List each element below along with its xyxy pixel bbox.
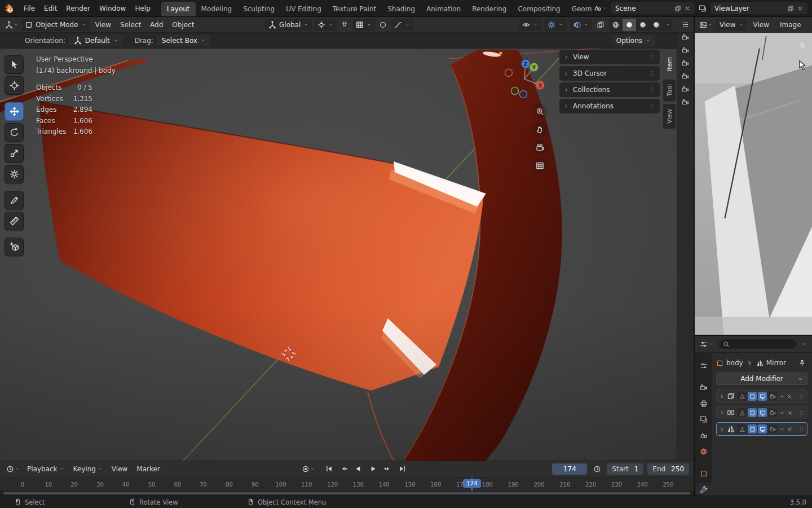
properties-tab-tool[interactable] (696, 360, 712, 372)
tool-rotate[interactable] (5, 123, 24, 142)
modifier-remove-button[interactable] (787, 410, 793, 416)
modifier-toggle-vertex[interactable] (738, 392, 747, 401)
workspace-tab-compositing[interactable]: Compositing (512, 2, 566, 16)
add-modifier-button[interactable]: Add Modifier (716, 373, 807, 385)
breadcrumb-modifier[interactable]: Mirror (766, 359, 786, 367)
modifier-toggle-vertex[interactable] (738, 424, 747, 433)
snap-target-dropdown[interactable] (352, 19, 375, 31)
properties-tab-output[interactable] (696, 397, 712, 410)
remove-viewlayer-button[interactable] (797, 5, 804, 12)
proportional-falloff-dropdown[interactable] (391, 19, 413, 31)
properties-tab-view-layer[interactable] (696, 413, 712, 426)
modifier-toggle-monitor[interactable] (758, 424, 767, 433)
viewport-orthographic-button[interactable] (532, 158, 548, 173)
modifier-toggle-camera-s[interactable] (768, 392, 777, 401)
outliner-camera-toggle[interactable] (682, 86, 689, 93)
menu-render[interactable]: Render (61, 2, 95, 15)
modifier-toggle-square[interactable] (748, 392, 757, 401)
workspace-tab-layout[interactable]: Layout (161, 2, 196, 16)
play-button[interactable] (367, 463, 380, 475)
properties-editor-type-button[interactable] (698, 339, 715, 350)
viewport-menu-add[interactable]: Add (145, 19, 167, 31)
image-editor-image-menu[interactable]: Image (775, 19, 806, 31)
timeline-ruler[interactable]: 0102030405060708090100110120130140150160… (0, 477, 694, 492)
tool-scale[interactable] (5, 144, 24, 163)
workspace-tab-animation[interactable]: Animation (421, 2, 466, 16)
npanel-section-view[interactable]: View (559, 50, 660, 64)
pin-id-button[interactable] (797, 358, 807, 369)
transform-orientation-dropdown[interactable]: Global (265, 19, 312, 31)
viewport-camera-view-button[interactable] (532, 140, 548, 155)
tool-measure[interactable] (5, 212, 24, 230)
timeline-menu-marker[interactable]: Marker (132, 463, 164, 475)
viewport-pan-button[interactable] (532, 122, 548, 137)
options-dropdown[interactable]: Options (612, 35, 655, 46)
properties-tab-scene[interactable] (696, 430, 712, 442)
properties-tab-modifiers[interactable] (696, 483, 712, 496)
properties-tab-render[interactable] (696, 382, 712, 394)
modifier-expand-toggle[interactable] (719, 426, 725, 432)
shading-wireframe-button[interactable] (609, 19, 623, 31)
xray-toggle[interactable] (595, 19, 606, 30)
start-frame-field[interactable]: Start 1 (607, 463, 643, 475)
npanel-section-3d-cursor[interactable]: 3D Cursor (559, 66, 660, 81)
shading-rendered-button[interactable] (650, 19, 663, 31)
npanel-tab-view[interactable]: View (663, 104, 676, 129)
tool-add-cube[interactable] (5, 238, 24, 256)
tool-annotate[interactable] (5, 191, 24, 209)
breadcrumb-object[interactable]: body (726, 359, 743, 367)
menu-file[interactable]: File (19, 2, 39, 15)
modifier-drag-handle[interactable] (798, 426, 805, 433)
preview-range-toggle[interactable] (592, 463, 603, 475)
timeline-menu-keying[interactable]: Keying (69, 463, 107, 475)
viewport-3d[interactable]: User Perspective (174) backround | body … (0, 49, 677, 461)
blender-menu-button[interactable] (5, 3, 15, 14)
browse-scene-button[interactable] (592, 3, 609, 14)
viewport-menu-select[interactable]: Select (116, 19, 145, 31)
gizmo-minus-z[interactable] (520, 91, 527, 98)
remove-scene-button[interactable] (684, 5, 691, 12)
modifier-remove-button[interactable] (787, 426, 793, 432)
workspace-tab-shading[interactable]: Shading (382, 2, 421, 16)
pivot-point-dropdown[interactable] (314, 19, 337, 31)
outliner-camera-toggle[interactable] (682, 73, 689, 80)
menu-help[interactable]: Help (130, 2, 155, 15)
snap-toggle[interactable] (339, 19, 350, 30)
properties-options-button[interactable] (800, 340, 809, 348)
modifier-extras-button[interactable] (779, 426, 785, 432)
image-mode-dropdown[interactable]: View (716, 19, 747, 30)
tool-move[interactable] (5, 102, 24, 121)
tool-select-box[interactable] (5, 55, 24, 74)
modifier-row-3[interactable] (716, 422, 807, 436)
timeline-scrollbar[interactable] (0, 491, 694, 496)
shading-material-button[interactable] (636, 19, 650, 31)
viewport-zoom-button[interactable] (532, 104, 548, 119)
modifier-toggle-vertex[interactable] (738, 408, 747, 417)
shading-options-dropdown[interactable] (663, 19, 672, 31)
timeline-menu-playback[interactable]: Playback (23, 463, 69, 475)
workspace-tab-modeling[interactable]: Modeling (196, 2, 238, 16)
properties-search-input[interactable] (732, 340, 792, 348)
play-reverse-button[interactable] (352, 463, 365, 475)
modifier-drag-handle[interactable] (798, 409, 805, 417)
new-viewlayer-button[interactable] (787, 5, 794, 12)
image-zoom-gizmo[interactable] (798, 42, 806, 51)
outliner-camera-toggle[interactable] (682, 34, 689, 41)
end-frame-field[interactable]: End 250 (647, 463, 689, 475)
outliner-camera-toggle[interactable] (682, 60, 689, 67)
workspace-tab-sculpting[interactable]: Sculpting (237, 2, 280, 16)
workspace-tab-rendering[interactable]: Rendering (466, 2, 512, 16)
modifier-extras-button[interactable] (779, 393, 785, 400)
modifier-drag-handle[interactable] (798, 393, 805, 400)
npanel-tab-tool[interactable]: Tool (663, 79, 676, 101)
modifier-toggle-camera-s[interactable] (768, 424, 777, 433)
prev-keyframe-button[interactable] (337, 463, 351, 475)
mode-dropdown[interactable]: Object Mode (21, 19, 90, 31)
jump-to-start-button[interactable] (323, 463, 336, 475)
modifier-extras-button[interactable] (779, 410, 785, 416)
modifier-expand-toggle[interactable] (719, 393, 725, 400)
modifier-expand-toggle[interactable] (719, 410, 725, 416)
modifier-toggle-monitor[interactable] (758, 392, 767, 401)
npanel-section-collections[interactable]: Collections (559, 82, 660, 97)
timeline-menu-view[interactable]: View (107, 463, 132, 475)
